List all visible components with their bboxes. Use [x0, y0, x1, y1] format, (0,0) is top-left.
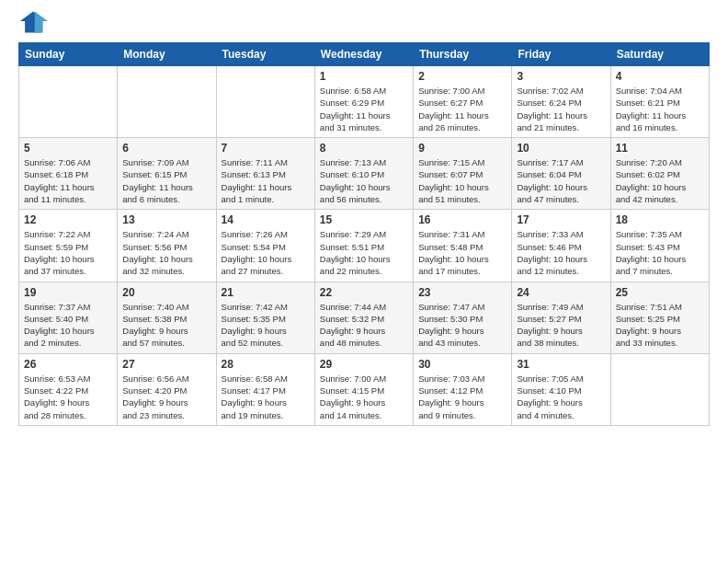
week-row-2: 5Sunrise: 7:06 AM Sunset: 6:18 PM Daylig…	[19, 138, 710, 210]
calendar-cell	[118, 66, 216, 138]
day-number: 10	[517, 142, 605, 155]
day-info: Sunrise: 7:20 AM Sunset: 6:02 PM Dayligh…	[616, 156, 704, 205]
weekday-header-saturday: Saturday	[610, 43, 709, 66]
calendar-cell: 12Sunrise: 7:22 AM Sunset: 5:59 PM Dayli…	[19, 210, 118, 282]
day-number: 18	[616, 213, 704, 226]
week-row-3: 12Sunrise: 7:22 AM Sunset: 5:59 PM Dayli…	[19, 210, 710, 282]
day-info: Sunrise: 7:51 AM Sunset: 5:25 PM Dayligh…	[616, 301, 704, 350]
day-number: 8	[320, 142, 408, 155]
day-info: Sunrise: 7:17 AM Sunset: 6:04 PM Dayligh…	[517, 156, 605, 205]
day-info: Sunrise: 7:31 AM Sunset: 5:48 PM Dayligh…	[418, 228, 506, 277]
calendar-cell: 22Sunrise: 7:44 AM Sunset: 5:32 PM Dayli…	[314, 282, 413, 353]
calendar-cell: 4Sunrise: 7:04 AM Sunset: 6:21 PM Daylig…	[610, 66, 709, 138]
day-number: 6	[122, 142, 210, 155]
calendar-cell	[19, 66, 118, 138]
day-info: Sunrise: 6:58 AM Sunset: 6:29 PM Dayligh…	[320, 85, 408, 133]
weekday-header-sunday: Sunday	[19, 43, 118, 66]
day-info: Sunrise: 7:47 AM Sunset: 5:30 PM Dayligh…	[418, 301, 506, 350]
calendar: SundayMondayTuesdayWednesdayThursdayFrid…	[18, 42, 710, 426]
day-number: 5	[24, 142, 112, 155]
calendar-cell: 25Sunrise: 7:51 AM Sunset: 5:25 PM Dayli…	[610, 282, 709, 353]
day-number: 9	[418, 142, 506, 155]
day-info: Sunrise: 7:03 AM Sunset: 4:12 PM Dayligh…	[418, 373, 506, 421]
day-number: 1	[320, 70, 408, 83]
calendar-cell	[216, 66, 314, 138]
calendar-cell: 20Sunrise: 7:40 AM Sunset: 5:38 PM Dayli…	[118, 282, 216, 353]
logo-icon	[18, 9, 48, 35]
day-number: 31	[517, 358, 605, 371]
weekday-header-row: SundayMondayTuesdayWednesdayThursdayFrid…	[19, 43, 710, 66]
day-number: 12	[24, 213, 112, 226]
day-number: 19	[24, 286, 112, 299]
day-number: 4	[616, 70, 704, 83]
calendar-cell: 23Sunrise: 7:47 AM Sunset: 5:30 PM Dayli…	[414, 282, 512, 353]
calendar-cell	[610, 353, 709, 425]
calendar-cell: 29Sunrise: 7:00 AM Sunset: 4:15 PM Dayli…	[314, 353, 413, 425]
day-number: 7	[222, 142, 310, 155]
calendar-cell: 30Sunrise: 7:03 AM Sunset: 4:12 PM Dayli…	[414, 353, 512, 425]
day-info: Sunrise: 7:00 AM Sunset: 6:27 PM Dayligh…	[418, 85, 506, 133]
day-number: 3	[517, 70, 605, 83]
day-number: 24	[517, 286, 605, 299]
day-info: Sunrise: 7:26 AM Sunset: 5:54 PM Dayligh…	[222, 228, 310, 277]
day-number: 21	[222, 286, 310, 299]
day-info: Sunrise: 7:29 AM Sunset: 5:51 PM Dayligh…	[320, 228, 408, 277]
day-number: 14	[222, 213, 310, 226]
day-info: Sunrise: 7:15 AM Sunset: 6:07 PM Dayligh…	[418, 156, 506, 205]
day-info: Sunrise: 7:04 AM Sunset: 6:21 PM Dayligh…	[616, 85, 704, 133]
calendar-cell: 21Sunrise: 7:42 AM Sunset: 5:35 PM Dayli…	[216, 282, 314, 353]
calendar-cell: 5Sunrise: 7:06 AM Sunset: 6:18 PM Daylig…	[19, 138, 118, 210]
weekday-header-friday: Friday	[512, 43, 610, 66]
week-row-4: 19Sunrise: 7:37 AM Sunset: 5:40 PM Dayli…	[19, 282, 710, 353]
day-number: 25	[616, 286, 704, 299]
calendar-cell: 8Sunrise: 7:13 AM Sunset: 6:10 PM Daylig…	[314, 138, 413, 210]
day-number: 23	[418, 286, 506, 299]
calendar-cell: 16Sunrise: 7:31 AM Sunset: 5:48 PM Dayli…	[414, 210, 512, 282]
day-info: Sunrise: 7:42 AM Sunset: 5:35 PM Dayligh…	[222, 301, 310, 350]
day-info: Sunrise: 7:24 AM Sunset: 5:56 PM Dayligh…	[122, 228, 210, 277]
calendar-cell: 9Sunrise: 7:15 AM Sunset: 6:07 PM Daylig…	[414, 138, 512, 210]
calendar-cell: 6Sunrise: 7:09 AM Sunset: 6:15 PM Daylig…	[118, 138, 216, 210]
calendar-cell: 1Sunrise: 6:58 AM Sunset: 6:29 PM Daylig…	[314, 66, 413, 138]
calendar-cell: 17Sunrise: 7:33 AM Sunset: 5:46 PM Dayli…	[512, 210, 610, 282]
day-info: Sunrise: 6:56 AM Sunset: 4:20 PM Dayligh…	[122, 373, 210, 421]
week-row-5: 26Sunrise: 6:53 AM Sunset: 4:22 PM Dayli…	[19, 353, 710, 425]
day-info: Sunrise: 7:02 AM Sunset: 6:24 PM Dayligh…	[517, 85, 605, 133]
day-number: 29	[320, 358, 408, 371]
day-info: Sunrise: 7:00 AM Sunset: 4:15 PM Dayligh…	[320, 373, 408, 421]
weekday-header-thursday: Thursday	[414, 43, 512, 66]
day-info: Sunrise: 7:44 AM Sunset: 5:32 PM Dayligh…	[320, 301, 408, 350]
day-number: 11	[616, 142, 704, 155]
day-number: 16	[418, 213, 506, 226]
day-number: 13	[122, 213, 210, 226]
day-info: Sunrise: 6:53 AM Sunset: 4:22 PM Dayligh…	[24, 373, 112, 421]
day-number: 26	[24, 358, 112, 371]
day-info: Sunrise: 7:11 AM Sunset: 6:13 PM Dayligh…	[222, 156, 310, 205]
day-number: 27	[122, 358, 210, 371]
day-info: Sunrise: 6:58 AM Sunset: 4:17 PM Dayligh…	[222, 373, 310, 421]
day-info: Sunrise: 7:05 AM Sunset: 4:10 PM Dayligh…	[517, 373, 605, 421]
day-info: Sunrise: 7:06 AM Sunset: 6:18 PM Dayligh…	[24, 156, 112, 205]
day-info: Sunrise: 7:33 AM Sunset: 5:46 PM Dayligh…	[517, 228, 605, 277]
calendar-cell: 28Sunrise: 6:58 AM Sunset: 4:17 PM Dayli…	[216, 353, 314, 425]
day-number: 15	[320, 213, 408, 226]
weekday-header-wednesday: Wednesday	[314, 43, 413, 66]
day-number: 22	[320, 286, 408, 299]
calendar-cell: 11Sunrise: 7:20 AM Sunset: 6:02 PM Dayli…	[610, 138, 709, 210]
header	[18, 9, 710, 35]
logo	[18, 9, 51, 35]
day-number: 17	[517, 213, 605, 226]
day-info: Sunrise: 7:37 AM Sunset: 5:40 PM Dayligh…	[24, 301, 112, 350]
calendar-cell: 31Sunrise: 7:05 AM Sunset: 4:10 PM Dayli…	[512, 353, 610, 425]
calendar-cell: 2Sunrise: 7:00 AM Sunset: 6:27 PM Daylig…	[414, 66, 512, 138]
day-number: 2	[418, 70, 506, 83]
calendar-cell: 7Sunrise: 7:11 AM Sunset: 6:13 PM Daylig…	[216, 138, 314, 210]
calendar-cell: 19Sunrise: 7:37 AM Sunset: 5:40 PM Dayli…	[19, 282, 118, 353]
page: SundayMondayTuesdayWednesdayThursdayFrid…	[0, 0, 728, 444]
calendar-cell: 24Sunrise: 7:49 AM Sunset: 5:27 PM Dayli…	[512, 282, 610, 353]
day-number: 28	[222, 358, 310, 371]
day-info: Sunrise: 7:35 AM Sunset: 5:43 PM Dayligh…	[616, 228, 704, 277]
calendar-cell: 14Sunrise: 7:26 AM Sunset: 5:54 PM Dayli…	[216, 210, 314, 282]
weekday-header-tuesday: Tuesday	[216, 43, 314, 66]
calendar-cell: 10Sunrise: 7:17 AM Sunset: 6:04 PM Dayli…	[512, 138, 610, 210]
